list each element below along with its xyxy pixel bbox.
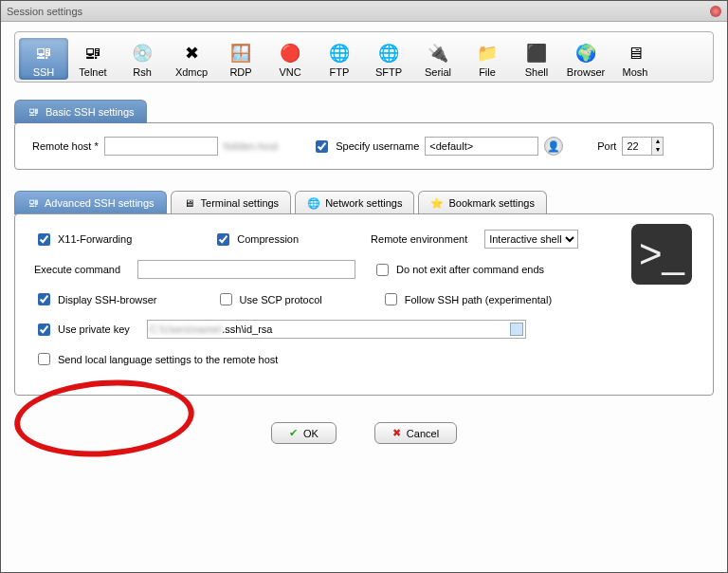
rsh-icon: 💿 xyxy=(129,42,155,65)
browser-icon: 🌍 xyxy=(573,42,599,65)
advanced-tabs: 🖳Advanced SSH settings 🖥Terminal setting… xyxy=(14,191,714,214)
port-up-icon[interactable]: ▲ xyxy=(651,138,663,146)
use-scp-label: Use SCP protocol xyxy=(240,294,322,305)
send-lang-label: Send local language settings to the remo… xyxy=(58,354,278,365)
port-input[interactable] xyxy=(623,138,651,155)
ok-button[interactable]: ✔OK xyxy=(271,422,337,444)
close-icon[interactable] xyxy=(710,6,721,17)
file-icon: 📁 xyxy=(474,42,500,65)
private-key-path-value: .ssh\id_rsa xyxy=(222,323,272,335)
rdp-icon: 🪟 xyxy=(228,42,254,65)
check-icon: ✔ xyxy=(289,427,298,439)
tab-network-settings[interactable]: 🌐Network settings xyxy=(295,191,414,214)
telnet-icon: 🖳 xyxy=(80,42,106,65)
remote-env-label: Remote environment xyxy=(371,233,467,245)
mosh-icon: 🖥 xyxy=(622,42,648,65)
terminal-icon: 🖳 xyxy=(27,105,40,119)
remote-env-select[interactable]: Interactive shell xyxy=(484,230,578,249)
protocol-mosh[interactable]: 🖥Mosh xyxy=(610,38,660,80)
shell-icon: ⬛ xyxy=(523,42,550,65)
protocol-sftp[interactable]: 🌐SFTP xyxy=(364,38,413,80)
monitor-icon: 🖥 xyxy=(183,196,196,210)
specify-username-checkbox[interactable] xyxy=(316,140,328,153)
no-exit-label: Do not exit after command ends xyxy=(396,264,544,275)
port-spinner[interactable]: ▲▼ xyxy=(622,137,664,156)
protocol-ssh[interactable]: 🖳SSH xyxy=(19,38,68,80)
display-ssh-browser-checkbox[interactable] xyxy=(38,293,50,305)
xdmcp-icon: ✖ xyxy=(178,42,205,65)
session-settings-window: Session settings 🖳SSH 🖳Telnet 💿Rsh ✖Xdmc… xyxy=(0,0,728,573)
remote-host-input[interactable] xyxy=(104,137,218,156)
dialog-buttons: ✔OK ✖Cancel xyxy=(14,422,714,444)
follow-ssh-path-checkbox[interactable] xyxy=(385,293,397,305)
tab-bookmark-settings[interactable]: ⭐Bookmark settings xyxy=(418,191,546,214)
ssh-icon: 🖳 xyxy=(30,42,57,65)
remote-host-blurred: hidden-host xyxy=(224,140,279,152)
vnc-icon: 🔴 xyxy=(277,42,303,65)
protocol-browser[interactable]: 🌍Browser xyxy=(561,38,610,80)
protocol-rdp[interactable]: 🪟RDP xyxy=(216,38,265,80)
protocol-rsh[interactable]: 💿Rsh xyxy=(118,38,167,80)
star-icon: ⭐ xyxy=(430,196,444,210)
terminal-icon: 🖳 xyxy=(27,196,40,210)
tab-terminal-settings[interactable]: 🖥Terminal settings xyxy=(171,191,292,214)
display-ssh-browser-label: Display SSH-browser xyxy=(58,294,157,305)
sftp-icon: 🌐 xyxy=(375,42,402,65)
private-key-path-field[interactable]: C:\Users\name\ .ssh\id_rsa xyxy=(147,320,526,339)
use-private-key-checkbox[interactable] xyxy=(38,323,50,336)
x11-forwarding-checkbox[interactable] xyxy=(38,233,50,246)
specify-username-label: Specify username xyxy=(336,140,419,152)
user-picker-button[interactable]: 👤 xyxy=(544,137,563,156)
username-input[interactable] xyxy=(425,137,538,156)
protocol-telnet[interactable]: 🖳Telnet xyxy=(68,38,118,80)
remote-host-label: Remote host * xyxy=(32,140,99,152)
basic-tab-label: Basic SSH settings xyxy=(46,106,135,118)
ftp-icon: 🌐 xyxy=(326,42,353,65)
basic-ssh-tab: 🖳 Basic SSH settings xyxy=(14,100,147,123)
globe-icon: 🌐 xyxy=(307,196,320,210)
cancel-button[interactable]: ✖Cancel xyxy=(374,422,457,444)
compression-checkbox[interactable] xyxy=(217,233,229,246)
advanced-ssh-box: >_ X11-Forwarding Compression Remote env… xyxy=(14,213,714,396)
protocol-ftp[interactable]: 🌐FTP xyxy=(315,38,364,80)
port-label: Port xyxy=(597,140,616,152)
protocol-toolbar: 🖳SSH 🖳Telnet 💿Rsh ✖Xdmcp 🪟RDP 🔴VNC 🌐FTP … xyxy=(14,31,714,83)
tab-advanced-ssh[interactable]: 🖳Advanced SSH settings xyxy=(14,191,167,214)
use-scp-checkbox[interactable] xyxy=(220,293,232,305)
execute-command-label: Execute command xyxy=(34,264,120,275)
compression-label: Compression xyxy=(237,233,299,245)
protocol-xdmcp[interactable]: ✖Xdmcp xyxy=(167,38,216,80)
execute-command-input[interactable] xyxy=(137,260,355,279)
x11-forwarding-label: X11-Forwarding xyxy=(58,233,132,245)
titlebar: Session settings xyxy=(1,1,727,22)
send-lang-checkbox[interactable] xyxy=(38,353,50,365)
serial-icon: 🔌 xyxy=(425,42,451,65)
protocol-file[interactable]: 📁File xyxy=(463,38,512,80)
cross-icon: ✖ xyxy=(392,427,401,439)
window-title: Session settings xyxy=(7,6,82,17)
protocol-serial[interactable]: 🔌Serial xyxy=(413,38,463,80)
protocol-shell[interactable]: ⬛Shell xyxy=(512,38,561,80)
protocol-vnc[interactable]: 🔴VNC xyxy=(265,38,315,80)
port-down-icon[interactable]: ▼ xyxy=(651,146,663,155)
use-private-key-label: Use private key xyxy=(58,323,130,335)
ssh-key-illustration-icon: >_ xyxy=(631,224,692,285)
follow-ssh-path-label: Follow SSH path (experimental) xyxy=(405,294,552,305)
no-exit-checkbox[interactable] xyxy=(376,264,389,276)
browse-key-button[interactable] xyxy=(510,323,523,336)
basic-ssh-box: Remote host * hidden-host Specify userna… xyxy=(14,122,714,170)
